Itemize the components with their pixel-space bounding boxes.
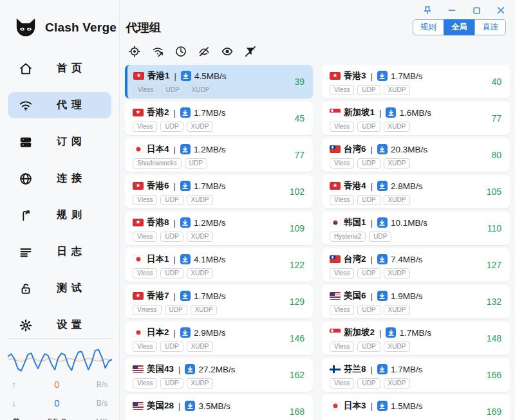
- sidebar-item-logs[interactable]: 日志: [8, 239, 111, 265]
- sidebar-item-test[interactable]: 测试: [8, 275, 111, 302]
- proxy-card[interactable]: 美国28 | 3.5MB/s 168: [125, 395, 313, 420]
- latency-value: 122: [290, 260, 304, 270]
- download-stat: ↓ 0 B/s: [0, 394, 119, 412]
- delay-test-icon[interactable]: [151, 44, 165, 59]
- eye-off-icon[interactable]: [197, 44, 211, 59]
- sidebar-item-connections[interactable]: 连接: [8, 165, 111, 192]
- tab-direct-mode[interactable]: 直连: [474, 19, 506, 35]
- tab-rule-mode[interactable]: 规则: [413, 19, 444, 35]
- protocol-tag: UDP: [357, 158, 380, 169]
- proxy-speed: 27.2MB/s: [198, 365, 235, 374]
- country-flag-icon: [133, 365, 144, 373]
- memory-stat[interactable]: 55.6 MB: [0, 412, 119, 420]
- proxy-card[interactable]: 日本2 | 2.9MB/s VlessUDPXUDP 146: [125, 322, 313, 355]
- close-window-button[interactable]: [493, 3, 509, 17]
- protocol-tag: UDP: [160, 268, 183, 278]
- country-flag-icon: [330, 402, 341, 410]
- eye-icon[interactable]: [220, 44, 234, 59]
- protocol-tag: Vless: [133, 268, 157, 278]
- proxy-card[interactable]: 新加坡1 | 1.6MB/s VlessUDPXUDP 77: [322, 102, 510, 135]
- proxy-speed: 4.5MB/s: [194, 71, 227, 81]
- proxy-card[interactable]: 芬兰8 | 1.7MB/s VlessUDPXUDP 166: [322, 358, 510, 392]
- sidebar-item-proxies[interactable]: 代理: [8, 92, 111, 118]
- latency-value: 148: [487, 333, 501, 343]
- filter-off-icon[interactable]: [243, 44, 258, 59]
- protocol-tags: VlessUDPXUDP: [330, 85, 474, 95]
- proxy-card[interactable]: 日本1 | 4.1MB/s VlessUDPXUDP 122: [125, 248, 313, 282]
- traffic-graph-svg: [8, 342, 112, 375]
- separator: |: [178, 365, 180, 374]
- subscription-icon: [18, 134, 33, 150]
- download-speed-icon: [377, 217, 388, 228]
- proxy-name: 日本4: [147, 143, 169, 155]
- proxy-mode-tabs: 规则 全局 直连: [413, 19, 506, 35]
- country-flag-icon: [330, 145, 341, 153]
- protocol-tags: VlessUDPXUDP: [133, 232, 277, 242]
- protocol-tag: Vless: [330, 158, 354, 169]
- sidebar-item-rules[interactable]: 规则: [8, 202, 111, 228]
- memory-value: 55.6: [28, 416, 86, 420]
- proxy-card-header: 香港7 | 1.7MB/s: [133, 289, 277, 302]
- proxy-card[interactable]: 韩国1 | 10.1MB/s Hysteria2UDP 110: [322, 212, 510, 245]
- protocol-tag: XUDP: [187, 85, 214, 95]
- proxy-name: 芬兰8: [344, 363, 366, 375]
- proxy-name: 台湾6: [344, 143, 366, 155]
- proxy-card[interactable]: 香港6 | 1.7MB/s VlessUDPXUDP 102: [125, 175, 313, 208]
- country-flag-icon: [133, 219, 144, 226]
- proxy-card[interactable]: 香港2 | 1.7MB/s VlessUDPXUDP 45: [125, 102, 313, 135]
- proxy-card-header: 台湾2 | 7.4MB/s: [330, 253, 474, 266]
- download-speed-icon: [377, 181, 388, 191]
- proxy-speed: 1.2MB/s: [194, 218, 226, 228]
- protocol-tag: Vless: [133, 342, 157, 352]
- proxy-card[interactable]: 香港3 | 1.7MB/s VlessUDPXUDP 40: [322, 65, 510, 98]
- proxy-card[interactable]: 美国6 | 1.9MB/s VlessUDPXUDP 132: [322, 285, 510, 318]
- proxy-card[interactable]: 香港7 | 1.7MB/s VmessUDPXUDP 129: [125, 285, 313, 318]
- country-flag-icon: [330, 255, 341, 263]
- wifi-icon: [18, 98, 33, 113]
- proxy-card[interactable]: 美国43 | 27.2MB/s VlessUDPXUDP 162: [125, 358, 313, 392]
- protocol-tag: Vless: [330, 378, 354, 388]
- proxy-card[interactable]: 香港4 | 2.8MB/s VlessUDPXUDP 105: [322, 175, 510, 208]
- proxy-card[interactable]: 日本3 | 1.5MB/s 169: [322, 395, 510, 420]
- proxy-card-header: 香港6 | 1.7MB/s: [133, 179, 277, 192]
- sidebar-item-profiles[interactable]: 订阅: [8, 129, 111, 155]
- cat-logo-icon: [13, 17, 39, 39]
- maximize-window-button[interactable]: [469, 3, 484, 17]
- protocol-tag: XUDP: [187, 232, 214, 242]
- minimize-window-button[interactable]: [444, 3, 460, 17]
- sidebar-item-home[interactable]: 首页: [8, 55, 111, 82]
- arrow-down-icon: ↓: [12, 398, 28, 408]
- locate-icon[interactable]: [127, 44, 142, 59]
- proxy-card[interactable]: 日本4 | 1.2MB/s ShadowsocksUDP 77: [125, 138, 313, 172]
- sidebar-item-label: 代理: [57, 98, 86, 112]
- latency-value: 110: [487, 223, 501, 233]
- download-speed-icon: [180, 291, 191, 301]
- protocol-tag: Vless: [133, 122, 157, 132]
- latency-value: 127: [487, 260, 501, 270]
- protocol-tag: Vless: [330, 342, 354, 352]
- latency-value: 80: [491, 150, 501, 160]
- proxy-card[interactable]: 香港8 | 1.2MB/s VlessUDPXUDP 109: [125, 212, 313, 245]
- proxy-speed: 20.3MB/s: [391, 145, 427, 154]
- separator: |: [178, 401, 180, 411]
- proxy-card[interactable]: 台湾6 | 20.3MB/s VlessUDPXUDP 80: [322, 138, 510, 172]
- proxy-card-header: 香港8 | 1.2MB/s: [133, 216, 277, 229]
- protocol-tag: XUDP: [384, 85, 411, 95]
- proxy-card[interactable]: 香港1 | 4.5MB/s VlessUDPXUDP 39: [125, 65, 313, 98]
- proxy-card[interactable]: 台湾2 | 7.4MB/s VlessUDPXUDP 127: [322, 248, 510, 282]
- sidebar-item-settings[interactable]: 设置: [8, 312, 111, 338]
- proxy-card-header: 日本3 | 1.5MB/s: [330, 399, 474, 412]
- protocol-tag: UDP: [160, 195, 183, 205]
- timeout-sort-icon[interactable]: [174, 44, 188, 59]
- protocol-tags: VlessUDPXUDP: [133, 342, 277, 352]
- download-speed-icon: [377, 291, 388, 301]
- tab-global-mode[interactable]: 全局: [444, 19, 475, 35]
- latency-value: 105: [487, 187, 501, 197]
- protocol-tag: Vless: [133, 378, 157, 388]
- pin-window-button[interactable]: [420, 3, 435, 17]
- rules-icon: [18, 208, 33, 223]
- proxy-card-header: 日本4 | 1.2MB/s: [133, 143, 277, 156]
- separator: |: [174, 71, 176, 81]
- protocol-tags: VlessUDPXUDP: [133, 378, 277, 388]
- proxy-card[interactable]: 新加坡2 | 1.7MB/s VlessUDPXUDP 148: [322, 322, 510, 355]
